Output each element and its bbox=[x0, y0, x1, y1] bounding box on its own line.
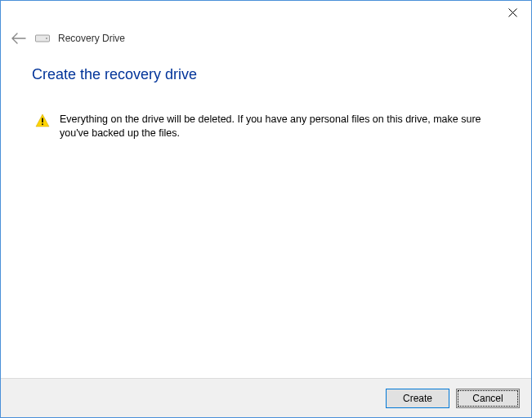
back-arrow-icon bbox=[11, 33, 26, 44]
svg-rect-5 bbox=[42, 123, 43, 125]
close-button[interactable] bbox=[494, 1, 531, 24]
back-button[interactable] bbox=[11, 30, 27, 47]
close-icon bbox=[508, 8, 517, 17]
drive-icon bbox=[35, 33, 50, 44]
page-title: Create the recovery drive bbox=[32, 66, 500, 83]
titlebar bbox=[1, 1, 531, 25]
wizard-footer: Create Cancel bbox=[1, 378, 531, 417]
content-area: Create the recovery drive Everything on … bbox=[1, 55, 531, 140]
warning-message: Everything on the drive will be deleted.… bbox=[32, 113, 500, 140]
cancel-button[interactable]: Cancel bbox=[456, 389, 520, 408]
warning-icon bbox=[35, 113, 50, 128]
wizard-header: Recovery Drive bbox=[1, 25, 531, 55]
create-button[interactable]: Create bbox=[386, 389, 449, 408]
app-title: Recovery Drive bbox=[58, 33, 125, 44]
svg-point-3 bbox=[46, 38, 47, 39]
svg-rect-4 bbox=[42, 118, 43, 123]
warning-text: Everything on the drive will be deleted.… bbox=[60, 113, 493, 140]
svg-rect-2 bbox=[36, 35, 50, 42]
